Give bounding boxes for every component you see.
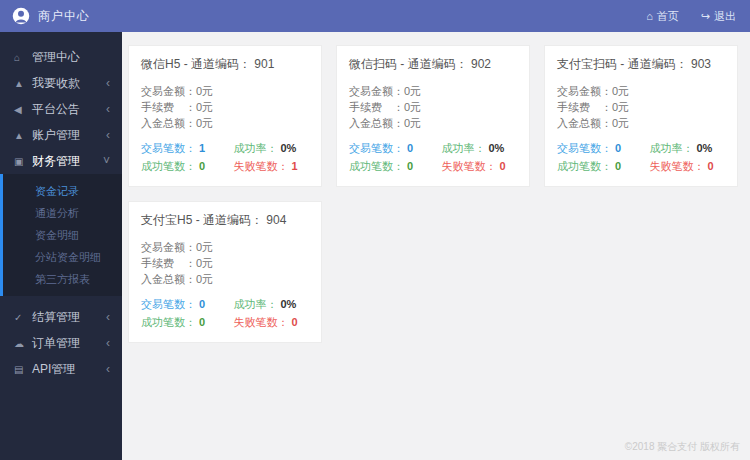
amount-row: 交易金额：0元	[349, 83, 517, 99]
chevron-left-icon: ‹	[106, 362, 110, 376]
success-count: 成功笔数： 0	[557, 159, 649, 174]
user-avatar-icon	[12, 7, 30, 25]
nav-home-link[interactable]: ⌂ 首页	[646, 9, 679, 24]
success-rate: 成功率： 0%	[233, 297, 309, 312]
sidebar-item-label: 账户管理	[32, 127, 106, 144]
channel-cards: 微信H5 - 通道编码： 901 交易金额：0元 手续费 ：0元 入金总额：0元…	[128, 45, 746, 343]
nav-home-label: 首页	[657, 9, 679, 24]
channel-card-alipay-h5: 支付宝H5 - 通道编码： 904 交易金额：0元 手续费 ：0元 入金总额：0…	[128, 201, 322, 343]
success-rate: 成功率： 0%	[441, 141, 517, 156]
settlement-check-icon: ✓	[14, 312, 32, 323]
stats: 交易笔数： 0 成功率： 0% 成功笔数： 0 失败笔数： 0	[349, 141, 517, 174]
amount-row: 交易金额：0元	[141, 83, 309, 99]
stats: 交易笔数： 1 成功率： 0% 成功笔数： 0 失败笔数： 1	[141, 141, 309, 174]
deposit-row: 入金总额：0元	[557, 115, 725, 131]
tx-count: 交易笔数： 0	[557, 141, 649, 156]
fee-row: 手续费 ：0元	[141, 99, 309, 115]
amount-row: 交易金额：0元	[141, 239, 309, 255]
sidebar-item-finance-management[interactable]: ▣ 财务管理 ˅	[0, 148, 122, 174]
sidebar-item-order-management[interactable]: ☁ 订单管理 ‹	[0, 330, 122, 356]
card-title: 支付宝H5 - 通道编码： 904	[141, 212, 309, 229]
deposit-row: 入金总额：0元	[349, 115, 517, 131]
nav-logout-link[interactable]: ↪ 退出	[701, 9, 736, 24]
channel-card-wechat-qr: 微信扫码 - 通道编码： 902 交易金额：0元 手续费 ：0元 入金总额：0元…	[336, 45, 530, 187]
success-rate: 成功率： 0%	[649, 141, 725, 156]
sidebar-item-label: 我要收款	[32, 75, 106, 92]
dashboard-icon: ⌂	[14, 52, 32, 63]
sidebar-item-account-management[interactable]: ▲ 账户管理 ‹	[0, 122, 122, 148]
copyright-text: ©2018 聚合支付 版权所有	[625, 440, 740, 454]
sidebar-item-label: API管理	[32, 361, 106, 378]
sidebar-item-collect-payment[interactable]: ▲ 我要收款 ‹	[0, 70, 122, 96]
sidebar-item-management-center[interactable]: ⌂ 管理中心	[0, 44, 122, 70]
chevron-left-icon: ‹	[106, 128, 110, 142]
fee-row: 手续费 ：0元	[349, 99, 517, 115]
sidebar-item-api-management[interactable]: ▤ API管理 ‹	[0, 356, 122, 382]
tx-count: 交易笔数： 1	[141, 141, 233, 156]
app-title: 商户中心	[38, 8, 90, 25]
sidebar-item-label: 财务管理	[32, 153, 103, 170]
finance-submenu: 资金记录 通道分析 资金明细 分站资金明细 第三方报表	[0, 174, 122, 296]
fail-count: 失败笔数： 1	[233, 159, 309, 174]
order-cloud-icon: ☁	[14, 338, 32, 349]
channel-card-alipay-qr: 支付宝扫码 - 通道编码： 903 交易金额：0元 手续费 ：0元 入金总额：0…	[544, 45, 738, 187]
chevron-left-icon: ‹	[106, 102, 110, 116]
submenu-item-thirdparty-report[interactable]: 第三方报表	[3, 268, 122, 290]
chevron-down-icon: ˅	[103, 154, 110, 168]
chevron-left-icon: ‹	[106, 310, 110, 324]
stats: 交易笔数： 0 成功率： 0% 成功笔数： 0 失败笔数： 0	[141, 297, 309, 330]
submenu-item-fund-records[interactable]: 资金记录	[3, 180, 122, 202]
deposit-row: 入金总额：0元	[141, 271, 309, 287]
tx-count: 交易笔数： 0	[349, 141, 441, 156]
submenu-item-fund-details[interactable]: 资金明细	[3, 224, 122, 246]
sidebar: ⌂ 管理中心 ▲ 我要收款 ‹ ◀ 平台公告 ‹ ▲ 账户管理 ‹ ▣ 财务管理…	[0, 32, 122, 460]
success-count: 成功笔数： 0	[349, 159, 441, 174]
logout-icon: ↪	[701, 10, 710, 23]
sidebar-item-settlement-management[interactable]: ✓ 结算管理 ‹	[0, 304, 122, 330]
deposit-row: 入金总额：0元	[141, 115, 309, 131]
tx-count: 交易笔数： 0	[141, 297, 233, 312]
submenu-item-substation-fund-details[interactable]: 分站资金明细	[3, 246, 122, 268]
chevron-left-icon: ‹	[106, 76, 110, 90]
success-rate: 成功率： 0%	[233, 141, 309, 156]
sidebar-item-platform-announcement[interactable]: ◀ 平台公告 ‹	[0, 96, 122, 122]
chevron-left-icon: ‹	[106, 336, 110, 350]
collect-payment-icon: ▲	[14, 78, 32, 89]
card-title: 微信扫码 - 通道编码： 902	[349, 56, 517, 73]
card-title: 微信H5 - 通道编码： 901	[141, 56, 309, 73]
fail-count: 失败笔数： 0	[233, 315, 309, 330]
amount-row: 交易金额：0元	[557, 83, 725, 99]
top-nav: ⌂ 首页 ↪ 退出	[646, 9, 736, 24]
sidebar-item-label: 订单管理	[32, 335, 106, 352]
sidebar-item-label: 平台公告	[32, 101, 106, 118]
fee-row: 手续费 ：0元	[557, 99, 725, 115]
brand: 商户中心	[12, 7, 90, 25]
announcement-icon: ◀	[14, 104, 32, 115]
card-title: 支付宝扫码 - 通道编码： 903	[557, 56, 725, 73]
fee-row: 手续费 ：0元	[141, 255, 309, 271]
channel-card-wechat-h5: 微信H5 - 通道编码： 901 交易金额：0元 手续费 ：0元 入金总额：0元…	[128, 45, 322, 187]
finance-icon: ▣	[14, 156, 32, 167]
sidebar-item-label: 结算管理	[32, 309, 106, 326]
main-content: 微信H5 - 通道编码： 901 交易金额：0元 手续费 ：0元 入金总额：0元…	[122, 32, 750, 460]
fail-count: 失败笔数： 0	[441, 159, 517, 174]
home-icon: ⌂	[646, 10, 653, 22]
stats: 交易笔数： 0 成功率： 0% 成功笔数： 0 失败笔数： 0	[557, 141, 725, 174]
api-icon: ▤	[14, 364, 32, 375]
sidebar-item-label: 管理中心	[32, 49, 112, 66]
account-icon: ▲	[14, 130, 32, 141]
nav-logout-label: 退出	[714, 9, 736, 24]
success-count: 成功笔数： 0	[141, 159, 233, 174]
success-count: 成功笔数： 0	[141, 315, 233, 330]
fail-count: 失败笔数： 0	[649, 159, 725, 174]
top-header: 商户中心 ⌂ 首页 ↪ 退出	[0, 0, 750, 32]
submenu-item-channel-analysis[interactable]: 通道分析	[3, 202, 122, 224]
